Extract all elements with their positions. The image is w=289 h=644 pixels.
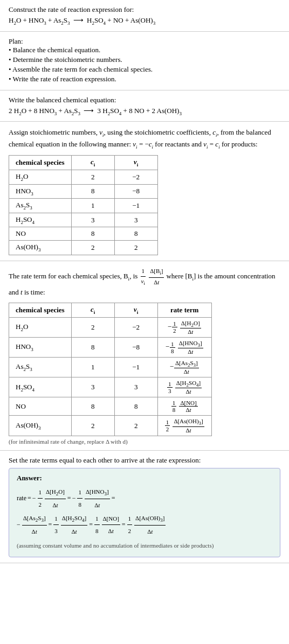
rate-cell: −Δ[As2S3]Δt — [157, 358, 211, 377]
rate-cell: −18 Δ[HNO3]Δt — [157, 337, 211, 357]
plan-step-2: • Determine the stoichiometric numbers. — [9, 55, 280, 64]
v-cell: −8 — [114, 337, 157, 357]
answer-label: Answer: — [17, 474, 272, 482]
species-cell: As2S3 — [9, 199, 72, 213]
c-cell: 1 — [71, 199, 114, 213]
c-cell: 1 — [71, 358, 114, 377]
plan-label: Plan: — [9, 37, 280, 46]
species-cell: NO — [9, 227, 72, 241]
species-cell: As(OH)3 — [9, 416, 72, 436]
v-cell: −1 — [114, 199, 157, 213]
plan-step-1: • Balance the chemical equation. — [9, 46, 280, 54]
species-cell: As2S3 — [9, 358, 72, 377]
balanced-equation: 2 H2O + 8 HNO3 + As2S3 ⟶ 3 H2SO4 + 8 NO … — [9, 107, 280, 116]
rate-term-table: chemical species ci νi rate term H2O 2 −… — [9, 303, 212, 436]
table-row: HNO3 8 −8 — [9, 184, 158, 199]
plan-step-3: • Assemble the rate term for each chemic… — [9, 65, 280, 74]
c-cell: 3 — [71, 377, 114, 397]
unbalanced-reaction: H2O + HNO3 + As2S3 ⟶ H2SO4 + NO + As(OH)… — [9, 16, 280, 26]
species-cell: As(OH)3 — [9, 241, 72, 255]
species-cell: NO — [9, 397, 72, 416]
answer-note: (assuming constant volume and no accumul… — [17, 540, 272, 551]
balanced-label: Write the balanced chemical equation: — [9, 96, 280, 104]
rate-label: rate — [17, 492, 26, 505]
species-cell: HNO3 — [9, 184, 72, 199]
v-cell: −2 — [114, 317, 157, 337]
c-cell: 8 — [71, 397, 114, 416]
v-cell: −8 — [114, 184, 157, 199]
balanced-section: Write the balanced chemical equation: 2 … — [0, 90, 289, 122]
table-row: H2SO4 3 3 13 Δ[H2SO4]Δt — [9, 377, 212, 397]
v-cell: 2 — [114, 241, 157, 255]
rt-col-c: ci — [71, 303, 114, 318]
table-row: As2S3 1 −1 — [9, 199, 158, 213]
rate-cell: 12 Δ[As(OH)3]Δt — [157, 416, 211, 436]
plan-section: Plan: • Balance the chemical equation. •… — [0, 32, 289, 90]
stoich-col-species: chemical species — [9, 156, 72, 170]
table-row: As(OH)3 2 2 12 Δ[As(OH)3]Δt — [9, 416, 212, 436]
header-section: Construct the rate of reaction expressio… — [0, 0, 289, 32]
rt-col-rate: rate term — [157, 303, 211, 318]
rate-term-section: The rate term for each chemical species,… — [0, 261, 289, 451]
answer-box: Answer: rate = −12 Δ[H2O]Δt = −18 Δ[HNO3… — [9, 468, 280, 557]
c-cell: 8 — [71, 184, 114, 199]
species-cell: HNO3 — [9, 337, 72, 357]
c-cell: 2 — [71, 170, 114, 184]
table-row: H2O 2 −2 −12 Δ[H2O]Δt — [9, 317, 212, 337]
rate-cell: 13 Δ[H2SO4]Δt — [157, 377, 211, 397]
table-row: NO 8 8 18 Δ[NO]Δt — [9, 397, 212, 416]
stoich-section: Assign stoichiometric numbers, νi, using… — [0, 122, 289, 261]
species-cell: H2SO4 — [9, 213, 72, 227]
table-row: As2S3 1 −1 −Δ[As2S3]Δt — [9, 358, 212, 377]
c-cell: 8 — [71, 337, 114, 357]
rt-col-species: chemical species — [9, 303, 72, 318]
v-cell: −2 — [114, 170, 157, 184]
rate-expression-section: Set the rate terms equal to each other t… — [0, 451, 289, 563]
rate-line-1: rate = −12 Δ[H2O]Δt = −18 Δ[HNO3]Δt = — [17, 486, 272, 511]
table-row: H2SO4 3 3 — [9, 213, 158, 227]
set-rate-intro: Set the rate terms equal to each other t… — [9, 456, 280, 465]
rate-term-intro: The rate term for each chemical species,… — [9, 267, 280, 298]
v-cell: 8 — [114, 397, 157, 416]
c-cell: 8 — [71, 227, 114, 241]
instruction-text: Construct the rate of reaction expressio… — [9, 5, 280, 14]
stoich-col-c: ci — [71, 156, 114, 170]
species-cell: H2O — [9, 317, 72, 337]
plan-step-4: • Write the rate of reaction expression. — [9, 75, 280, 83]
table-row: As(OH)3 2 2 — [9, 241, 158, 255]
stoich-col-v: νi — [114, 156, 157, 170]
rate-line-2: − Δ[As2S3]Δt = 13 Δ[H2SO4]Δt = 18 Δ[NO]Δ… — [17, 512, 272, 537]
species-cell: H2O — [9, 170, 72, 184]
c-cell: 2 — [71, 317, 114, 337]
stoich-intro: Assign stoichiometric numbers, νi, using… — [9, 127, 280, 151]
c-cell: 2 — [71, 241, 114, 255]
v-cell: 8 — [114, 227, 157, 241]
species-cell: H2SO4 — [9, 377, 72, 397]
v-cell: 3 — [114, 377, 157, 397]
c-cell: 3 — [71, 213, 114, 227]
rt-col-v: νi — [114, 303, 157, 318]
rate-term-note: (for infinitesimal rate of change, repla… — [9, 438, 280, 445]
v-cell: 2 — [114, 416, 157, 436]
rate-cell: 18 Δ[NO]Δt — [157, 397, 211, 416]
table-row: HNO3 8 −8 −18 Δ[HNO3]Δt — [9, 337, 212, 357]
equals-1: = — [27, 492, 31, 505]
rate-cell: −12 Δ[H2O]Δt — [157, 317, 211, 337]
v-cell: 3 — [114, 213, 157, 227]
c-cell: 2 — [71, 416, 114, 436]
stoich-table: chemical species ci νi H2O 2 −2 HNO3 8 −… — [9, 155, 158, 255]
table-row: NO 8 8 — [9, 227, 158, 241]
v-cell: −1 — [114, 358, 157, 377]
rate-expression: rate = −12 Δ[H2O]Δt = −18 Δ[HNO3]Δt = − … — [17, 486, 272, 551]
table-row: H2O 2 −2 — [9, 170, 158, 184]
